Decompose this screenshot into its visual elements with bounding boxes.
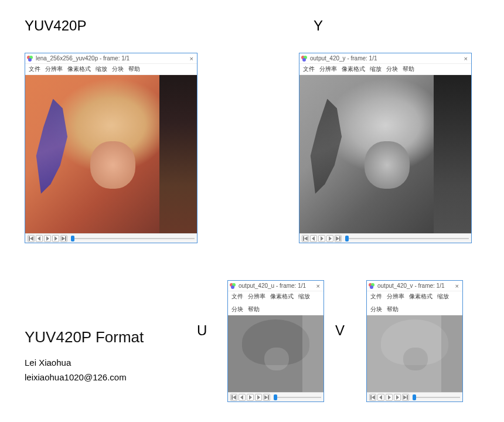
first-frame-icon[interactable] <box>230 394 237 401</box>
menu-chunk[interactable]: 分块 <box>112 65 124 73</box>
svg-marker-17 <box>329 236 332 241</box>
svg-marker-34 <box>372 395 375 400</box>
app-icon <box>368 283 375 290</box>
svg-rect-13 <box>303 236 304 241</box>
svg-marker-25 <box>240 395 243 400</box>
close-icon[interactable]: × <box>462 55 470 62</box>
menu-chunk[interactable]: 分块 <box>386 65 398 73</box>
svg-marker-4 <box>30 236 33 241</box>
first-frame-icon[interactable] <box>28 235 35 242</box>
statusbar <box>228 392 323 401</box>
prev-frame-icon[interactable] <box>377 394 384 401</box>
prev-frame-icon[interactable] <box>239 394 246 401</box>
menu-pixel-format[interactable]: 像素格式 <box>270 292 294 301</box>
menu-resolution[interactable]: 分辨率 <box>387 292 404 301</box>
prev-frame-icon[interactable] <box>310 235 317 242</box>
svg-rect-29 <box>268 395 269 400</box>
titlebar: output_420_v - frame: 1/1 × <box>367 281 462 291</box>
window-title: output_420_u - frame: 1/1 <box>239 283 314 289</box>
menubar: 文件 分辨率 像素格式 缩放 分块 帮助 <box>228 291 323 315</box>
format-title: YUV420P Format <box>25 328 144 346</box>
close-icon[interactable]: × <box>453 283 461 290</box>
menu-resolution[interactable]: 分辨率 <box>319 65 337 73</box>
frame-slider[interactable] <box>274 397 321 398</box>
menu-help[interactable]: 帮助 <box>387 305 399 314</box>
svg-marker-14 <box>304 236 308 241</box>
statusbar <box>367 392 462 401</box>
window-yuv420p: lena_256x256_yuv420p - frame: 1/1 × 文件 分… <box>25 53 197 243</box>
play-icon[interactable] <box>44 235 51 242</box>
menu-file[interactable]: 文件 <box>370 292 382 301</box>
last-frame-icon[interactable] <box>402 394 409 401</box>
frame-slider[interactable] <box>345 238 469 239</box>
credit-email: leixiaohua1020@126.com <box>25 372 127 382</box>
last-frame-icon[interactable] <box>335 235 342 242</box>
menu-file[interactable]: 文件 <box>231 292 243 301</box>
svg-marker-6 <box>46 236 49 241</box>
svg-rect-19 <box>339 236 340 241</box>
frame-slider[interactable] <box>71 238 195 239</box>
titlebar: output_420_u - frame: 1/1 × <box>228 281 323 291</box>
menu-chunk[interactable]: 分块 <box>231 305 243 314</box>
svg-rect-3 <box>29 236 30 241</box>
play-icon[interactable] <box>247 394 254 401</box>
window-title: lena_256x256_yuv420p - frame: 1/1 <box>36 55 188 62</box>
menu-resolution[interactable]: 分辨率 <box>248 292 265 301</box>
svg-marker-28 <box>264 395 268 400</box>
close-icon[interactable]: × <box>314 283 322 290</box>
titlebar: output_420_y - frame: 1/1 × <box>299 53 471 64</box>
menu-pixel-format[interactable]: 像素格式 <box>67 65 91 73</box>
svg-marker-38 <box>403 395 407 400</box>
app-icon <box>26 55 33 62</box>
svg-point-2 <box>28 58 32 62</box>
svg-marker-27 <box>257 395 260 400</box>
close-icon[interactable]: × <box>188 55 196 62</box>
next-frame-icon[interactable] <box>326 235 333 242</box>
menu-file[interactable]: 文件 <box>303 65 315 73</box>
play-icon[interactable] <box>318 235 325 242</box>
menu-file[interactable]: 文件 <box>29 65 40 73</box>
window-y: output_420_y - frame: 1/1 × 文件 分辨率 像素格式 … <box>299 53 472 243</box>
svg-rect-23 <box>231 395 233 400</box>
titlebar: lena_256x256_yuv420p - frame: 1/1 × <box>25 53 197 64</box>
next-frame-icon[interactable] <box>52 235 59 242</box>
prev-frame-icon[interactable] <box>36 235 43 242</box>
menu-zoom[interactable]: 缩放 <box>96 65 107 73</box>
frame-slider[interactable] <box>413 397 460 398</box>
menu-pixel-format[interactable]: 像素格式 <box>409 292 433 301</box>
svg-marker-16 <box>321 236 323 241</box>
play-icon[interactable] <box>386 394 393 401</box>
label-u: U <box>197 322 207 339</box>
svg-rect-33 <box>370 395 372 400</box>
image-content-y <box>299 75 471 233</box>
first-frame-icon[interactable] <box>369 394 376 401</box>
menu-zoom[interactable]: 缩放 <box>370 65 382 73</box>
menu-help[interactable]: 帮助 <box>403 65 414 73</box>
window-title: output_420_v - frame: 1/1 <box>377 283 453 289</box>
app-icon <box>229 283 236 290</box>
first-frame-icon[interactable] <box>302 235 309 242</box>
next-frame-icon[interactable] <box>255 394 262 401</box>
image-content-u <box>228 315 323 392</box>
menu-pixel-format[interactable]: 像素格式 <box>342 65 365 73</box>
statusbar <box>25 233 197 243</box>
svg-marker-8 <box>62 236 65 241</box>
last-frame-icon[interactable] <box>263 394 270 401</box>
svg-marker-36 <box>388 395 391 400</box>
svg-point-22 <box>231 285 234 289</box>
svg-marker-15 <box>312 236 315 241</box>
menubar: 文件 分辨率 像素格式 缩放 分块 帮助 <box>25 64 197 75</box>
menu-help[interactable]: 帮助 <box>248 305 260 314</box>
svg-rect-39 <box>407 395 408 400</box>
svg-marker-26 <box>249 395 252 400</box>
menu-resolution[interactable]: 分辨率 <box>45 65 63 73</box>
menu-help[interactable]: 帮助 <box>128 65 140 73</box>
svg-marker-35 <box>379 395 382 400</box>
menu-zoom[interactable]: 缩放 <box>298 292 310 301</box>
next-frame-icon[interactable] <box>394 394 401 401</box>
menu-zoom[interactable]: 缩放 <box>437 292 449 301</box>
last-frame-icon[interactable] <box>60 235 67 242</box>
svg-marker-7 <box>55 236 57 241</box>
svg-marker-5 <box>38 236 40 241</box>
menu-chunk[interactable]: 分块 <box>370 305 382 314</box>
